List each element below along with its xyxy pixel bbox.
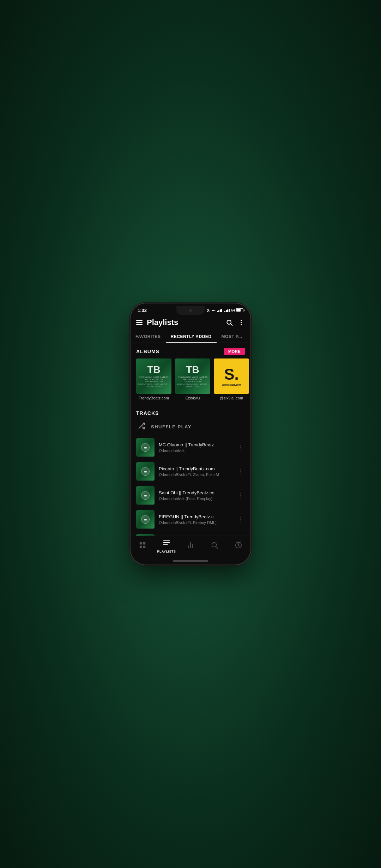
- track-info-4: FIREGUN || TrendyBeatz.c OdumoduBlvck (F…: [159, 514, 231, 525]
- status-bar: 1:32 X •••: [131, 303, 250, 315]
- signal-bars-2: [224, 309, 230, 312]
- album-item-trendybeatz1[interactable]: TB DOWNLOAD YOUR LATESTNAIJA MUSIC ONTre…: [136, 358, 171, 400]
- status-right: X ••• 64: [207, 308, 243, 313]
- home-bar: [173, 560, 208, 562]
- tracks-header: TRACKS: [131, 407, 250, 418]
- track-more-2[interactable]: ⋮: [236, 466, 245, 477]
- albums-title: ALBUMS: [136, 349, 159, 354]
- album-name-trendybeatz1: TrendyBeatz.com: [136, 396, 171, 400]
- track-artist-3: Odumodublvck (Feat. Reeplay): [159, 496, 231, 501]
- track-artist-1: Odumodublvck: [159, 448, 231, 453]
- camera-indicator: [189, 309, 192, 312]
- page-title: Playlists: [147, 318, 178, 327]
- albums-more-button[interactable]: MORE: [224, 348, 245, 355]
- shuffle-play-button[interactable]: SHUFFLE PLAY: [131, 418, 250, 435]
- more-options-button[interactable]: [238, 319, 245, 326]
- nav-library[interactable]: [131, 541, 155, 551]
- nav-sleep[interactable]: [226, 541, 250, 551]
- tab-most-played[interactable]: MOST P...: [217, 331, 247, 343]
- sleep-icon: [235, 541, 242, 551]
- tracks-title: TRACKS: [136, 410, 159, 416]
- albums-scroll: TB DOWNLOAD YOUR LATESTNAIJA MUSIC ONTre…: [131, 358, 250, 406]
- album-thumb-six9ja: S. www.six9ja.com: [214, 358, 249, 394]
- battery-percent: 64: [231, 308, 235, 312]
- tracks-section: TRACKS SHUFFLE PLAY: [131, 406, 250, 536]
- tab-recently-added[interactable]: RECENTLY ADDED: [166, 331, 217, 343]
- battery-body: [236, 308, 243, 312]
- track-title-4: FIREGUN || TrendyBeatz.c: [159, 514, 231, 519]
- shuffle-icon: [138, 422, 145, 431]
- svg-point-4: [241, 324, 242, 325]
- signal-bar2-4: [229, 309, 230, 312]
- album-name-six9ja: @six9ja_com: [214, 396, 249, 400]
- track-item-1[interactable]: TB MC Oluomo || TrendyBeatz Odumodublvck…: [131, 435, 250, 459]
- track-thumb-4: TB: [136, 510, 155, 529]
- tabs-bar: FAVORITES RECENTLY ADDED MOST P...: [131, 331, 250, 343]
- search-nav-icon: [211, 541, 218, 551]
- search-button[interactable]: [226, 319, 233, 326]
- album-item-six9ja[interactable]: S. www.six9ja.com @six9ja_com: [214, 358, 249, 400]
- home-indicator: [131, 559, 250, 565]
- status-time: 1:32: [138, 308, 147, 313]
- album-item-eziokwu[interactable]: TB DOWNLOAD YOUR LATESTNAIJA MUSIC ONTre…: [175, 358, 210, 400]
- bottom-nav: PLAYLISTS: [131, 536, 250, 559]
- header-left: Playlists: [136, 318, 178, 327]
- svg-rect-7: [140, 542, 142, 544]
- svg-rect-8: [143, 542, 145, 544]
- track-artist-4: OdumoduBlvck (Ft. Fireboy DML): [159, 520, 231, 525]
- album-thumb-eziokwu: TB DOWNLOAD YOUR LATESTNAIJA MUSIC ONTre…: [175, 358, 210, 394]
- track-item-3[interactable]: TB Saint Obi || TrendyBeatz.co Odumodubl…: [131, 483, 250, 507]
- svg-point-2: [241, 320, 242, 321]
- signal-bar-2: [218, 310, 219, 312]
- nav-playlists[interactable]: PLAYLISTS: [155, 539, 179, 553]
- track-info-3: Saint Obi || TrendyBeatz.co Odumodublvck…: [159, 490, 231, 501]
- track-title-3: Saint Obi || TrendyBeatz.co: [159, 490, 231, 495]
- twitter-x-icon: X: [207, 308, 210, 313]
- signal-bar2-2: [226, 310, 227, 312]
- track-info-1: MC Oluomo || TrendyBeatz Odumodublvck: [159, 442, 231, 453]
- track-thumb-1: TB: [136, 438, 155, 457]
- track-more-4[interactable]: ⋮: [236, 514, 245, 525]
- notch: [176, 306, 205, 315]
- album-name-eziokwu: Eziokwu: [175, 396, 210, 400]
- svg-line-1: [231, 324, 232, 326]
- track-item-4[interactable]: TB FIREGUN || TrendyBeatz.c OdumoduBlvck…: [131, 507, 250, 531]
- svg-rect-10: [143, 546, 145, 548]
- track-item-5[interactable]: TB Dog Eat Dog II || TrendyBe Odumodublv…: [131, 531, 250, 536]
- nav-charts[interactable]: [179, 541, 202, 551]
- header-right: [226, 319, 245, 326]
- svg-rect-9: [140, 546, 142, 548]
- track-thumb-3: TB: [136, 486, 155, 505]
- track-thumb-2: TB: [136, 462, 155, 481]
- phone-frame: 1:32 X •••: [131, 303, 250, 565]
- menu-button[interactable]: [136, 320, 143, 325]
- svg-point-3: [241, 322, 242, 323]
- battery-indicator: 64: [231, 308, 243, 312]
- svg-line-18: [216, 547, 218, 548]
- battery-fill: [236, 309, 241, 312]
- app-header: Playlists: [131, 315, 250, 331]
- signal-bar-1: [217, 311, 218, 312]
- tab-favorites[interactable]: FAVORITES: [131, 331, 166, 343]
- track-artist-2: OdumoduBlvck (Ft. Zlatan, Ecko M: [159, 472, 231, 477]
- signal-bars: [217, 309, 222, 312]
- track-more-1[interactable]: ⋮: [236, 442, 245, 453]
- playlists-icon: [163, 539, 170, 548]
- track-title-1: MC Oluomo || TrendyBeatz: [159, 442, 231, 447]
- nav-playlists-label: PLAYLISTS: [157, 550, 176, 553]
- nav-search[interactable]: [202, 541, 226, 551]
- signal-bar-4: [221, 309, 222, 312]
- content-area: ALBUMS MORE TB DOWNLOAD YOUR LATESTNAIJA…: [131, 343, 250, 536]
- track-item-2[interactable]: TB Picanto || TrendyBeatz.com OdumoduBlv…: [131, 459, 250, 483]
- track-info-2: Picanto || TrendyBeatz.com OdumoduBlvck …: [159, 466, 231, 477]
- signal-bar2-3: [227, 309, 228, 312]
- signal-bar2-1: [224, 311, 225, 312]
- phone-screen: 1:32 X •••: [131, 303, 250, 565]
- albums-section-header: ALBUMS MORE: [131, 343, 250, 358]
- shuffle-label: SHUFFLE PLAY: [151, 424, 192, 429]
- track-title-2: Picanto || TrendyBeatz.com: [159, 466, 231, 471]
- album-thumb-trendybeatz1: TB DOWNLOAD YOUR LATESTNAIJA MUSIC ONTre…: [136, 358, 171, 394]
- library-icon: [139, 541, 146, 551]
- status-dots: •••: [212, 308, 216, 312]
- track-more-3[interactable]: ⋮: [236, 490, 245, 501]
